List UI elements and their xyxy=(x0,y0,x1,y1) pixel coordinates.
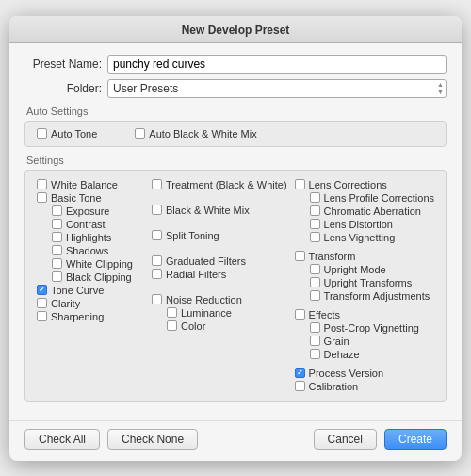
auto-bw-item[interactable]: Auto Black & White Mix xyxy=(135,127,256,140)
settings-col1: White Balance Basic Tone Exposure Contra… xyxy=(37,178,144,393)
upright-mode-checkbox[interactable] xyxy=(310,264,320,274)
tone-curve-item[interactable]: Tone Curve xyxy=(37,284,144,297)
auto-settings-header: Auto Settings xyxy=(24,106,447,117)
preset-name-label: Preset Name: xyxy=(24,57,102,71)
white-clipping-item[interactable]: White Clipping xyxy=(37,257,144,271)
footer-left: Check All Check None xyxy=(24,429,198,450)
lens-profile-item[interactable]: Lens Profile Corrections xyxy=(295,191,434,205)
check-all-button[interactable]: Check All xyxy=(24,429,100,450)
dehaze-checkbox[interactable] xyxy=(310,349,320,359)
create-button[interactable]: Create xyxy=(384,429,447,450)
folder-label: Folder: xyxy=(24,82,102,95)
lens-corrections-checkbox[interactable] xyxy=(295,179,305,189)
transform-adjustments-item[interactable]: Transform Adjustments xyxy=(295,289,434,303)
calibration-item[interactable]: Calibration xyxy=(295,380,434,393)
basic-tone-item[interactable]: Basic Tone xyxy=(37,191,144,205)
settings-grid: White Balance Basic Tone Exposure Contra… xyxy=(37,178,434,393)
color-nr-checkbox[interactable] xyxy=(167,320,177,331)
tone-curve-checkbox[interactable] xyxy=(37,285,47,295)
sharpening-item[interactable]: Sharpening xyxy=(37,310,144,323)
folder-select-wrapper: User Presets Default Custom xyxy=(107,79,447,98)
settings-col2: Treatment (Black & White) Black & White … xyxy=(152,178,287,393)
post-crop-item[interactable]: Post-Crop Vignetting xyxy=(295,321,434,335)
radial-filters-checkbox[interactable] xyxy=(152,269,162,279)
bw-mix-checkbox[interactable] xyxy=(152,205,162,215)
treatment-item[interactable]: Treatment (Black & White) xyxy=(152,178,287,191)
basic-tone-checkbox[interactable] xyxy=(37,192,47,203)
preset-name-input[interactable] xyxy=(107,55,447,74)
highlights-checkbox[interactable] xyxy=(52,232,62,242)
calibration-checkbox[interactable] xyxy=(295,381,305,391)
luminance-item[interactable]: Luminance xyxy=(152,306,287,320)
auto-settings-box: Auto Tone Auto Black & White Mix xyxy=(24,121,447,147)
white-balance-checkbox[interactable] xyxy=(37,179,47,189)
treatment-checkbox[interactable] xyxy=(152,179,162,189)
settings-col3: Lens Corrections Lens Profile Correction… xyxy=(295,178,434,393)
grain-item[interactable]: Grain xyxy=(295,335,434,348)
noise-reduction-item[interactable]: Noise Reduction xyxy=(152,293,287,306)
post-crop-checkbox[interactable] xyxy=(310,322,320,333)
dialog-footer: Check All Check None Cancel Create xyxy=(9,420,462,461)
shadows-item[interactable]: Shadows xyxy=(37,244,144,257)
exposure-checkbox[interactable] xyxy=(52,205,62,216)
effects-checkbox[interactable] xyxy=(295,309,305,320)
folder-select[interactable]: User Presets Default Custom xyxy=(107,79,447,98)
graduated-filters-item[interactable]: Graduated Filters xyxy=(152,254,287,268)
auto-tone-item[interactable]: Auto Tone xyxy=(37,127,97,140)
split-toning-item[interactable]: Split Toning xyxy=(152,229,287,242)
lens-corrections-item[interactable]: Lens Corrections xyxy=(295,178,434,191)
contrast-checkbox[interactable] xyxy=(52,219,62,229)
auto-bw-label: Auto Black & White Mix xyxy=(149,128,256,140)
dialog-title: New Develop Preset xyxy=(9,16,462,43)
chromatic-item[interactable]: Chromatic Aberration xyxy=(295,205,434,218)
transform-item[interactable]: Transform xyxy=(295,250,434,263)
dehaze-item[interactable]: Dehaze xyxy=(295,348,434,361)
cancel-button[interactable]: Cancel xyxy=(314,429,377,450)
new-develop-preset-dialog: New Develop Preset Preset Name: Folder: … xyxy=(9,16,462,461)
upright-transforms-item[interactable]: Upright Transforms xyxy=(295,276,434,289)
process-version-item[interactable]: Process Version xyxy=(295,367,434,380)
settings-box: White Balance Basic Tone Exposure Contra… xyxy=(24,170,447,402)
grain-checkbox[interactable] xyxy=(310,336,320,346)
transform-adjustments-checkbox[interactable] xyxy=(310,290,320,301)
split-toning-checkbox[interactable] xyxy=(152,230,162,240)
clarity-checkbox[interactable] xyxy=(37,298,47,308)
radial-filters-item[interactable]: Radial Filters xyxy=(152,268,287,281)
shadows-checkbox[interactable] xyxy=(52,245,62,255)
black-clipping-checkbox[interactable] xyxy=(52,271,62,282)
black-clipping-item[interactable]: Black Clipping xyxy=(37,271,144,284)
lens-vignetting-checkbox[interactable] xyxy=(310,232,320,242)
lens-distortion-item[interactable]: Lens Distortion xyxy=(295,218,434,231)
settings-header: Settings xyxy=(24,155,447,166)
lens-vignetting-item[interactable]: Lens Vignetting xyxy=(295,231,434,244)
transform-checkbox[interactable] xyxy=(295,251,305,261)
footer-right: Cancel Create xyxy=(314,429,447,450)
clarity-item[interactable]: Clarity xyxy=(37,297,144,310)
white-clipping-checkbox[interactable] xyxy=(52,258,62,269)
exposure-item[interactable]: Exposure xyxy=(37,205,144,218)
upright-mode-item[interactable]: Upright Mode xyxy=(295,263,434,276)
auto-tone-label: Auto Tone xyxy=(51,128,97,140)
luminance-checkbox[interactable] xyxy=(167,307,177,318)
sharpening-checkbox[interactable] xyxy=(37,311,47,321)
graduated-filters-checkbox[interactable] xyxy=(152,255,162,266)
bw-mix-item[interactable]: Black & White Mix xyxy=(152,204,287,217)
lens-profile-checkbox[interactable] xyxy=(310,192,320,203)
noise-reduction-checkbox[interactable] xyxy=(152,294,162,304)
highlights-item[interactable]: Highlights xyxy=(37,231,144,244)
color-nr-item[interactable]: Color xyxy=(152,320,287,333)
chromatic-checkbox[interactable] xyxy=(310,205,320,216)
upright-transforms-checkbox[interactable] xyxy=(310,277,320,287)
check-none-button[interactable]: Check None xyxy=(107,429,198,450)
auto-bw-checkbox[interactable] xyxy=(135,128,145,139)
effects-item[interactable]: Effects xyxy=(295,308,434,321)
white-balance-item[interactable]: White Balance xyxy=(37,178,144,191)
contrast-item[interactable]: Contrast xyxy=(37,218,144,231)
auto-tone-checkbox[interactable] xyxy=(37,128,47,139)
lens-distortion-checkbox[interactable] xyxy=(310,219,320,229)
process-version-checkbox[interactable] xyxy=(295,368,305,378)
